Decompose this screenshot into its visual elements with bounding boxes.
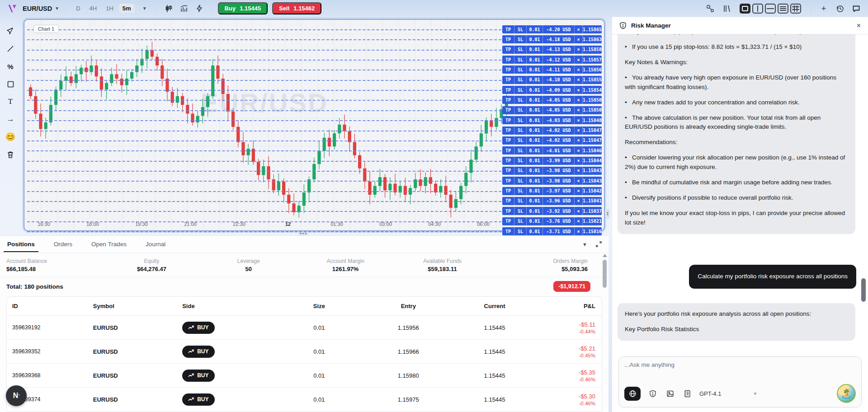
tp-button[interactable]: TP	[502, 126, 514, 135]
user-avatar[interactable]: 🏝️	[837, 384, 856, 403]
sl-button[interactable]: SL	[514, 86, 527, 94]
history-icon[interactable]	[835, 3, 845, 14]
header-current[interactable]: Current	[453, 303, 536, 309]
side-buy-pill[interactable]: BUY	[182, 370, 214, 382]
delete-drawings-icon[interactable]	[5, 149, 16, 160]
chat-scroll-thumb[interactable]	[861, 278, 866, 302]
table-row[interactable]: 359639368EURUSDBUY0.011.159801.15445-$5.…	[7, 364, 602, 388]
tp-button[interactable]: TP	[502, 157, 514, 165]
position-label-row[interactable]: TPSL0.01-4.02 USD×1.15847	[502, 126, 602, 135]
sl-button[interactable]: SL	[514, 126, 527, 135]
tab-orders[interactable]: Orders	[53, 237, 73, 252]
sl-button[interactable]: SL	[514, 217, 527, 225]
tp-button[interactable]: TP	[502, 86, 514, 94]
chat-input[interactable]	[624, 361, 856, 380]
tp-button[interactable]: TP	[502, 187, 514, 195]
close-position-icon[interactable]: ×	[575, 46, 583, 54]
timeframe-4h[interactable]: 4H	[86, 4, 101, 13]
horizontal-resize-handle[interactable]: ●●●	[298, 232, 308, 235]
tp-button[interactable]: TP	[502, 227, 514, 235]
close-position-icon[interactable]: ×	[575, 35, 583, 43]
vertical-resize-handle[interactable]: ●●	[606, 209, 610, 219]
position-label-row[interactable]: TPSL0.01-3.71 USD×1.15816	[502, 227, 602, 235]
chart-panel[interactable]: Chart 1 EUR/USD TPSL0.01-4.20 USD×1.1586…	[24, 19, 605, 231]
tp-button[interactable]: TP	[502, 207, 514, 215]
close-position-icon[interactable]: ×	[575, 146, 583, 154]
position-label-row[interactable]: TPSL0.01-3.98 USD×1.15843	[502, 177, 602, 185]
position-label-row[interactable]: TPSL0.01-3.99 USD×1.15844	[502, 157, 602, 165]
position-label-row[interactable]: TPSL0.01-4.11 USD×1.15856	[502, 66, 602, 74]
symbol-selector[interactable]: EUR/USD ▼	[23, 5, 59, 12]
collapse-panel-icon[interactable]: ▼	[582, 242, 587, 247]
app-logo-icon[interactable]	[6, 3, 18, 14]
sl-button[interactable]: SL	[514, 56, 527, 64]
tp-button[interactable]: TP	[502, 96, 514, 104]
position-label-row[interactable]: TPSL0.01-4.01 USD×1.15846	[502, 146, 602, 154]
position-label-row[interactable]: TPSL0.01-3.76 USD×1.15821	[502, 217, 602, 225]
side-buy-pill[interactable]: BUY	[182, 346, 214, 358]
watchlist-library-icon[interactable]	[721, 3, 732, 14]
tp-button[interactable]: TP	[502, 76, 514, 84]
tab-positions[interactable]: Positions	[6, 237, 36, 252]
rectangle-tool-icon[interactable]	[5, 78, 16, 90]
close-position-icon[interactable]: ×	[575, 187, 583, 195]
close-position-icon[interactable]: ×	[575, 207, 583, 215]
position-label-row[interactable]: TPSL0.01-3.98 USD×1.15843	[502, 167, 602, 175]
sl-button[interactable]: SL	[514, 146, 527, 154]
web-search-toggle[interactable]	[624, 387, 641, 401]
position-label-row[interactable]: TPSL0.01-4.05 USD×1.15850	[502, 106, 602, 114]
sl-button[interactable]: SL	[514, 96, 527, 104]
chart-tab-chip[interactable]: Chart 1	[33, 25, 59, 33]
close-position-icon[interactable]: ×	[575, 86, 583, 94]
layout-single-button[interactable]	[740, 4, 750, 14]
position-label-row[interactable]: TPSL0.01-3.92 USD×1.15837	[502, 207, 602, 215]
close-position-icon[interactable]: ×	[575, 76, 583, 84]
sl-button[interactable]: SL	[514, 207, 527, 215]
sl-button[interactable]: SL	[514, 197, 527, 205]
trendline-tool-icon[interactable]	[5, 43, 16, 55]
sl-button[interactable]: SL	[514, 157, 527, 165]
close-position-icon[interactable]: ×	[575, 56, 583, 64]
tp-button[interactable]: TP	[502, 197, 514, 205]
tp-button[interactable]: TP	[502, 217, 514, 225]
close-position-icon[interactable]: ×	[575, 167, 583, 175]
tab-journal[interactable]: Journal	[145, 237, 166, 252]
sl-button[interactable]: SL	[514, 136, 527, 145]
tp-button[interactable]: TP	[502, 35, 514, 43]
sl-button[interactable]: SL	[514, 66, 527, 74]
tp-button[interactable]: TP	[502, 46, 514, 54]
notes-icon[interactable]	[682, 389, 692, 398]
header-id[interactable]: ID	[7, 303, 93, 309]
layout-grid-button[interactable]	[790, 4, 801, 14]
timeframe-1h[interactable]: 1H	[102, 4, 117, 13]
header-pnl[interactable]: P&L	[536, 303, 602, 309]
close-position-icon[interactable]: ×	[575, 66, 583, 74]
attach-image-icon[interactable]	[665, 389, 675, 398]
position-label-row[interactable]: TPSL0.01-4.13 USD×1.15858	[502, 46, 602, 54]
position-label-row[interactable]: TPSL0.01-3.96 USD×1.15841	[502, 197, 602, 205]
close-panel-icon[interactable]: ×	[857, 22, 861, 30]
position-label-row[interactable]: TPSL0.01-4.20 USD×1.15865	[502, 25, 602, 33]
sl-button[interactable]: SL	[514, 116, 527, 124]
chat-toggle-icon[interactable]	[851, 3, 862, 14]
header-size[interactable]: Size	[274, 303, 363, 309]
chart-type-icon[interactable]	[163, 3, 174, 14]
layout-two-columns-button[interactable]	[752, 4, 763, 14]
link-accounts-icon[interactable]	[705, 3, 716, 14]
risk-shield-icon[interactable]	[648, 389, 658, 398]
table-row[interactable]: 359639192EURUSDBUY0.011.159561.15445-$5.…	[7, 316, 602, 340]
sl-button[interactable]: SL	[514, 25, 527, 33]
quick-trade-lightning-icon[interactable]	[194, 3, 205, 14]
percent-tool-icon[interactable]: %	[5, 61, 16, 72]
expand-panel-icon[interactable]	[595, 241, 602, 248]
notifications-fab[interactable]: N'	[6, 385, 27, 406]
layout-two-rows-button[interactable]	[765, 4, 776, 14]
position-label-row[interactable]: TPSL0.01-4.05 USD×1.15850	[502, 96, 602, 104]
close-position-icon[interactable]: ×	[575, 116, 583, 124]
tab-open-trades[interactable]: Open Trades	[90, 237, 127, 252]
tp-button[interactable]: TP	[502, 66, 514, 74]
close-position-icon[interactable]: ×	[575, 136, 583, 145]
cursor-tool-icon[interactable]	[5, 25, 16, 37]
side-buy-pill[interactable]: BUY	[182, 322, 214, 334]
sl-button[interactable]: SL	[514, 187, 527, 195]
